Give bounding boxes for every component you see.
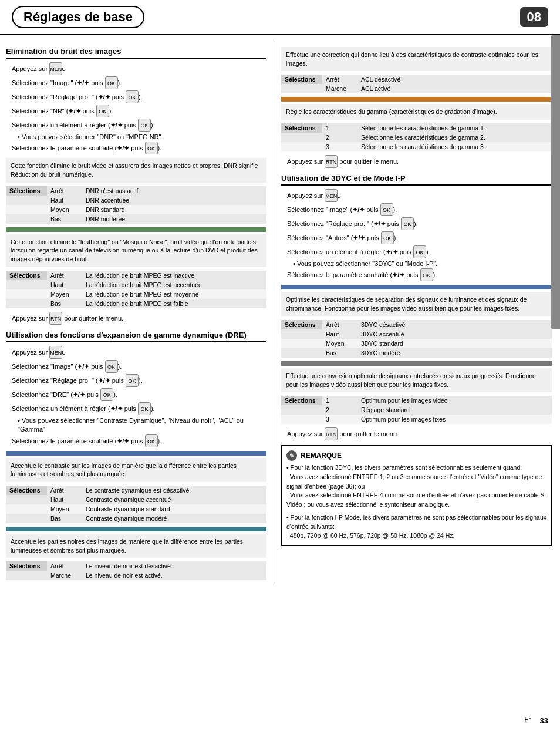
info-box-3dyc: Optimise les caractéristiques de séparat… bbox=[281, 292, 552, 316]
menu-btn-icon: MENU bbox=[49, 62, 62, 75]
note-item-1: • Pour la fonction 3DYC, les divers para… bbox=[286, 463, 546, 510]
table-label-14: Marche bbox=[47, 571, 82, 580]
color-bar-5 bbox=[281, 285, 552, 289]
table-gamma: Sélections 1 Sélectionne les caractérist… bbox=[281, 123, 552, 151]
section1-steps: Appuyez sur MENU. Sélectionnez "Image" (… bbox=[6, 62, 266, 154]
table-value-15: ACL désactivé bbox=[357, 75, 552, 84]
step-2-3: Sélectionnez "Réglage pro. " (✦/✦ puis O… bbox=[12, 374, 266, 387]
step-2-6: Sélectionnez le paramètre souhaité (✦/✦ … bbox=[12, 434, 266, 447]
ok-btn9: OK bbox=[413, 245, 426, 258]
table-value-3: DNR standard bbox=[82, 205, 266, 214]
enter-btn-icon5: OK bbox=[145, 142, 158, 154]
table-value-14: Le niveau de noir est activé. bbox=[82, 571, 266, 580]
note-icon: ✎ bbox=[286, 450, 297, 461]
table-label-7: Moyen bbox=[47, 289, 82, 299]
table-empty-8 bbox=[6, 504, 47, 514]
step-2-1: Appuyez sur MENU. bbox=[12, 346, 266, 359]
table-value-11: Contraste dynamique standard bbox=[82, 504, 266, 514]
step-1-2: Sélectionnez "Image" (✦/✦ puis OK). bbox=[12, 76, 266, 89]
table-label-13: Arrêt bbox=[47, 561, 82, 571]
table-value-5: La réduction de bruit MPEG est inactive. bbox=[82, 271, 266, 280]
table-label-12: Bas bbox=[47, 514, 82, 523]
step-3-2: Sélectionnez "Image" (✦/✦ puis OK). bbox=[287, 203, 552, 216]
table-label-4: Bas bbox=[47, 214, 82, 224]
table-value-1: DNR n'est pas actif. bbox=[82, 186, 266, 196]
table-label-26: 3 bbox=[322, 415, 357, 424]
table-label-22: Moyen bbox=[322, 339, 357, 348]
table-value-2: DNR accentuée bbox=[82, 196, 266, 205]
table-value-23: 3DYC modéré bbox=[357, 348, 552, 358]
section1-title: Elimination du bruit des images bbox=[6, 47, 266, 59]
page-header: Réglages de base 08 bbox=[0, 0, 560, 35]
note-title: REMARQUE bbox=[301, 450, 342, 461]
table-empty-6 bbox=[6, 299, 47, 308]
note-box: ✎ REMARQUE • Pour la fonction 3DYC, les … bbox=[281, 445, 552, 546]
table-value-26: Optimum pour les images fixes bbox=[357, 415, 552, 424]
table-empty-10 bbox=[6, 571, 47, 580]
step-3-4: Sélectionnez "Autres" (✦/✦ puis OK). bbox=[287, 231, 552, 244]
table-dnr: Sélections Arrêt DNR n'est pas actif. Ha… bbox=[6, 186, 266, 224]
table-value-16: ACL activé bbox=[357, 84, 552, 93]
step-3-6: Sélectionnez le paramètre souhaité (✦/✦ … bbox=[287, 268, 552, 281]
table-label-16: Marche bbox=[322, 84, 357, 93]
table-contraste-dyn: Sélections Arrêt Le contraste dynamique … bbox=[6, 486, 266, 523]
table-empty-15 bbox=[281, 339, 322, 348]
table-col-header-7: Sélections bbox=[281, 320, 322, 329]
table-col-header-6: Sélections bbox=[281, 123, 322, 133]
table-empty-5 bbox=[6, 289, 47, 299]
section2-steps: Appuyez sur MENU. Sélectionnez "Image" (… bbox=[6, 346, 266, 447]
table-empty-12 bbox=[281, 133, 322, 142]
table-value-12: Contraste dynamique modéré bbox=[82, 514, 266, 523]
table-empty-11 bbox=[281, 84, 322, 93]
table-value-17: Sélectionne les caractéristiques de gamm… bbox=[357, 123, 552, 133]
table-value-24: Optimum pour les images vidéo bbox=[357, 396, 552, 405]
table-label-11: Moyen bbox=[47, 504, 82, 514]
table-label-18: 2 bbox=[322, 133, 357, 142]
color-bar-1 bbox=[6, 227, 266, 232]
table-label-24: 1 bbox=[322, 396, 357, 405]
table-label-17: 1 bbox=[322, 123, 357, 133]
appuyez-quitter-gamma: Appuyez sur RTN pour quitter le menu. bbox=[287, 155, 552, 168]
right-column: Effectue une correction qui donne lieu à… bbox=[276, 41, 552, 584]
appuyez-quitter-1: Appuyez sur RTN pour quitter le menu. bbox=[12, 312, 266, 325]
menu-btn2: MENU bbox=[49, 346, 62, 359]
step-1-bullet: • Vous pouvez sélectionner "DNR" ou "MPE… bbox=[18, 133, 266, 142]
info-box-2: Cette fonction élimine le "feathering" o… bbox=[6, 234, 266, 267]
table-empty-16 bbox=[281, 348, 322, 358]
table-label-8: Bas bbox=[47, 299, 82, 308]
table-value-20: 3DYC désactivé bbox=[357, 320, 552, 329]
step-1-3: Sélectionnez "Réglage pro. " (✦/✦ puis O… bbox=[12, 90, 266, 103]
color-bar-6 bbox=[281, 361, 552, 366]
info-box-4: Accentue les parties noires des images d… bbox=[6, 534, 266, 558]
table-label-5: Arrêt bbox=[47, 271, 82, 280]
table-value-9: Le contraste dynamique est désactivé. bbox=[82, 486, 266, 495]
table-col-header-8: Sélections bbox=[281, 396, 322, 405]
step-2-bullet: • Vous pouvez sélectionner "Contraste Dy… bbox=[18, 416, 266, 434]
enter-btn-icon2: OK bbox=[126, 90, 139, 103]
step-3-3: Sélectionnez "Réglage pro. " (✦/✦ puis O… bbox=[287, 217, 552, 230]
ok-btn7: OK bbox=[401, 217, 414, 230]
table-ip: Sélections 1 Optimum pour les images vid… bbox=[281, 396, 552, 424]
step-1-1: Appuyez sur MENU. bbox=[12, 62, 266, 75]
table-value-4: DNR modérée bbox=[82, 214, 266, 224]
color-bar-2 bbox=[6, 451, 266, 456]
step-3-1: Appuyez sur MENU. bbox=[287, 189, 552, 202]
table-label-2: Haut bbox=[47, 196, 82, 205]
table-col-header-2: Sélections bbox=[6, 271, 47, 280]
table-label-10: Haut bbox=[47, 495, 82, 504]
table-label-6: Haut bbox=[47, 280, 82, 289]
table-empty-18 bbox=[281, 415, 322, 424]
table-empty-14 bbox=[281, 329, 322, 339]
note-header: ✎ REMARQUE bbox=[286, 450, 546, 461]
enter-btn-icon3: OK bbox=[96, 105, 109, 117]
note-item-2: • Pour la fonction I-P Mode, les divers … bbox=[286, 513, 546, 541]
table-3dyc: Sélections Arrêt 3DYC désactivé Haut 3DY… bbox=[281, 320, 552, 358]
ok-btn8: OK bbox=[381, 231, 394, 244]
table-empty-4 bbox=[6, 280, 47, 289]
table-label-21: Haut bbox=[322, 329, 357, 339]
table-label-23: Bas bbox=[322, 348, 357, 358]
table-value-10: Contraste dynamique accentué bbox=[82, 495, 266, 504]
table-empty-1 bbox=[6, 196, 47, 205]
step-2-4: Sélectionnez "DRE" (✦/✦ puis OK). bbox=[12, 388, 266, 401]
table-mpeg-nr: Sélections Arrêt La réduction de bruit M… bbox=[6, 271, 266, 308]
